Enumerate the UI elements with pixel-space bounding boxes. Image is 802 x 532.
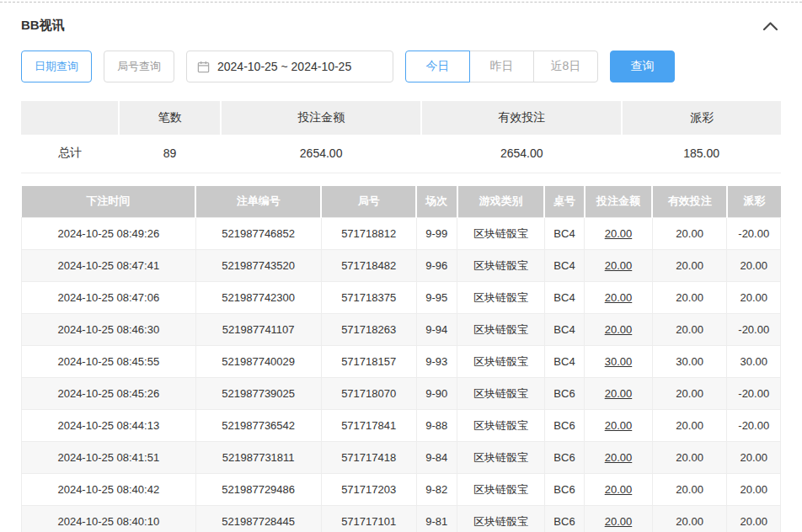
quick-filter-yesterday[interactable]: 昨日 bbox=[469, 51, 534, 82]
cell-session: 9-93 bbox=[416, 346, 457, 378]
date-query-tab[interactable]: 日期查询 bbox=[21, 51, 92, 82]
cell-bet-time: 2024-10-25 08:40:42 bbox=[22, 474, 196, 506]
cell-bet-amount-link[interactable]: 20.00 bbox=[585, 218, 653, 250]
cell-order-no: 521987743520 bbox=[195, 250, 321, 282]
cell-payout: -20.00 bbox=[727, 218, 781, 250]
table-row: 2024-10-25 08:40:10 521987728445 5717171… bbox=[22, 506, 781, 532]
cell-bet-amount-link[interactable]: 20.00 bbox=[585, 282, 653, 314]
page-title: BB视讯 bbox=[21, 18, 65, 34]
cell-round-no: 571717101 bbox=[321, 506, 416, 532]
cell-bet-time: 2024-10-25 08:47:06 bbox=[22, 282, 196, 314]
cell-valid-bet: 20.00 bbox=[652, 410, 727, 442]
cell-valid-bet: 30.00 bbox=[652, 346, 727, 378]
summary-total-payout: 185.00 bbox=[622, 135, 781, 173]
cell-order-no: 521987741107 bbox=[195, 314, 321, 346]
cell-payout: 20.00 bbox=[727, 250, 781, 282]
cell-bet-time: 2024-10-25 08:49:26 bbox=[22, 218, 196, 250]
quick-filter-today[interactable]: 今日 bbox=[405, 51, 470, 82]
cell-bet-time: 2024-10-25 08:46:30 bbox=[22, 314, 196, 346]
cell-payout: -20.00 bbox=[727, 314, 781, 346]
cell-table-no: BC6 bbox=[544, 506, 584, 532]
cell-round-no: 571718482 bbox=[321, 250, 416, 282]
summary-header-empty bbox=[21, 101, 119, 135]
cell-table-no: BC6 bbox=[544, 474, 584, 506]
search-button[interactable]: 查询 bbox=[610, 51, 675, 82]
cell-order-no: 521987728445 bbox=[195, 506, 321, 532]
table-row: 2024-10-25 08:40:42 521987729486 5717172… bbox=[22, 474, 781, 506]
cell-payout: 20.00 bbox=[727, 474, 781, 506]
cell-round-no: 571718263 bbox=[321, 314, 416, 346]
cell-round-no: 571717841 bbox=[321, 410, 416, 442]
summary-total-valid-bet: 2654.00 bbox=[421, 135, 622, 173]
cell-session: 9-90 bbox=[416, 378, 457, 410]
date-range-input[interactable]: 2024-10-25 ~ 2024-10-25 bbox=[186, 51, 393, 82]
cell-session: 9-81 bbox=[416, 506, 457, 532]
calendar-icon bbox=[197, 61, 210, 73]
cell-bet-amount-link[interactable]: 20.00 bbox=[585, 410, 653, 442]
cell-valid-bet: 20.00 bbox=[652, 218, 727, 250]
cell-session: 9-82 bbox=[416, 474, 457, 506]
cell-valid-bet: 20.00 bbox=[652, 442, 727, 474]
cell-payout: -20.00 bbox=[727, 378, 781, 410]
cell-bet-amount-link[interactable]: 20.00 bbox=[585, 378, 653, 410]
cell-payout: 20.00 bbox=[727, 442, 781, 474]
cell-order-no: 521987739025 bbox=[195, 378, 321, 410]
cell-round-no: 571718070 bbox=[321, 378, 416, 410]
round-query-tab[interactable]: 局号查询 bbox=[104, 51, 174, 82]
cell-game-type: 区块链骰宝 bbox=[457, 506, 545, 532]
col-header-session: 场次 bbox=[416, 186, 457, 218]
cell-session: 9-94 bbox=[416, 314, 457, 346]
cell-bet-amount-link[interactable]: 30.00 bbox=[585, 346, 653, 378]
query-toolbar: 日期查询 局号查询 2024-10-25 ~ 2024-10-25 今日 昨日 … bbox=[21, 51, 781, 82]
cell-bet-time: 2024-10-25 08:45:55 bbox=[22, 346, 196, 378]
cell-table-no: BC4 bbox=[544, 282, 584, 314]
table-row: 2024-10-25 08:41:51 521987731811 5717174… bbox=[22, 442, 781, 474]
records-body: 2024-10-25 08:49:26 521987746852 5717188… bbox=[22, 218, 781, 532]
quick-filter-group: 今日 昨日 近8日 bbox=[405, 51, 598, 82]
top-dashed-divider bbox=[0, 2, 802, 3]
col-header-bet-amount: 投注金额 bbox=[585, 186, 653, 218]
cell-order-no: 521987729486 bbox=[195, 474, 321, 506]
cell-table-no: BC6 bbox=[544, 410, 584, 442]
summary-header-count: 笔数 bbox=[119, 101, 221, 135]
bb-video-panel: BB视讯 日期查询 局号查询 2024-10-25 ~ 2024-10-25 今… bbox=[0, 18, 802, 532]
table-row: 2024-10-25 08:45:55 521987740029 5717181… bbox=[22, 346, 781, 378]
cell-valid-bet: 20.00 bbox=[652, 314, 727, 346]
table-row: 2024-10-25 08:46:30 521987741107 5717182… bbox=[22, 314, 781, 346]
cell-game-type: 区块链骰宝 bbox=[457, 410, 545, 442]
cell-game-type: 区块链骰宝 bbox=[457, 346, 545, 378]
quick-filter-last8days[interactable]: 近8日 bbox=[533, 51, 598, 82]
cell-session: 9-84 bbox=[416, 442, 457, 474]
cell-round-no: 571718812 bbox=[321, 218, 416, 250]
col-header-bet-time: 下注时间 bbox=[22, 186, 196, 218]
cell-game-type: 区块链骰宝 bbox=[457, 250, 545, 282]
summary-table: 笔数 投注金额 有效投注 派彩 总计 89 2654.00 2654.00 18… bbox=[21, 101, 781, 173]
cell-bet-amount-link[interactable]: 20.00 bbox=[585, 506, 653, 532]
cell-bet-time: 2024-10-25 08:47:41 bbox=[22, 250, 196, 282]
cell-game-type: 区块链骰宝 bbox=[457, 282, 545, 314]
summary-header-bet-amount: 投注金额 bbox=[221, 101, 421, 135]
cell-valid-bet: 20.00 bbox=[652, 250, 727, 282]
collapse-panel-button[interactable] bbox=[760, 19, 781, 34]
cell-valid-bet: 20.00 bbox=[652, 282, 727, 314]
cell-bet-amount-link[interactable]: 20.00 bbox=[585, 250, 653, 282]
cell-payout: 30.00 bbox=[727, 346, 781, 378]
chevron-up-icon bbox=[763, 20, 778, 33]
cell-bet-time: 2024-10-25 08:45:26 bbox=[22, 378, 196, 410]
cell-table-no: BC4 bbox=[544, 314, 584, 346]
table-row: 2024-10-25 08:47:41 521987743520 5717184… bbox=[22, 250, 781, 282]
cell-bet-amount-link[interactable]: 20.00 bbox=[585, 474, 653, 506]
col-header-game-type: 游戏类别 bbox=[457, 186, 545, 218]
cell-session: 9-88 bbox=[416, 410, 457, 442]
cell-game-type: 区块链骰宝 bbox=[457, 218, 545, 250]
summary-total-count: 89 bbox=[119, 135, 221, 173]
cell-game-type: 区块链骰宝 bbox=[457, 378, 545, 410]
cell-table-no: BC6 bbox=[544, 442, 584, 474]
cell-bet-amount-link[interactable]: 20.00 bbox=[585, 314, 653, 346]
date-range-value: 2024-10-25 ~ 2024-10-25 bbox=[217, 60, 351, 73]
cell-payout: 20.00 bbox=[727, 282, 781, 314]
col-header-valid-bet: 有效投注 bbox=[652, 186, 727, 218]
cell-session: 9-99 bbox=[416, 218, 457, 250]
cell-payout: -20.00 bbox=[727, 410, 781, 442]
cell-bet-amount-link[interactable]: 20.00 bbox=[585, 442, 653, 474]
